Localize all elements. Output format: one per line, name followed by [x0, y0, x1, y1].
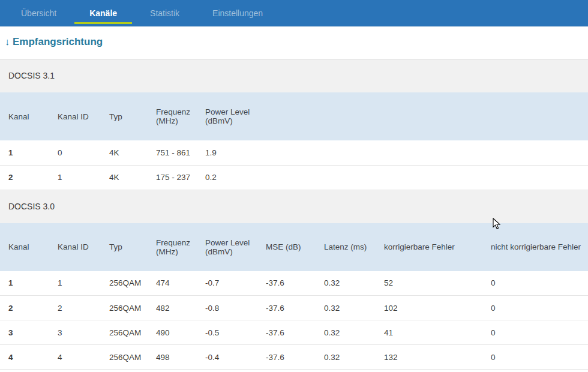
table-cell: 1	[0, 140, 49, 165]
col-header-power-level: Power Level (dBmV)	[197, 92, 588, 140]
table-cell: -0.5	[197, 320, 257, 345]
table-cell: 4	[49, 345, 101, 370]
table-cell: 2	[0, 165, 49, 190]
table-row: 2 1 4K 175 - 237 0.2	[0, 165, 588, 190]
table-cell: 3	[49, 320, 101, 345]
table-cell: 0.32	[316, 296, 376, 320]
table-row: 1 0 4K 751 - 861 1.9	[0, 140, 588, 165]
table-cell: 3	[0, 320, 49, 345]
table-cell: 256QAM	[101, 271, 148, 296]
table-cell: 498	[148, 345, 197, 370]
tab-uebersicht[interactable]: Übersicht	[6, 0, 71, 26]
table-cell: -37.6	[257, 345, 316, 370]
col-header-power-level: Power Level (dBmV)	[197, 223, 257, 271]
table-cell: 4K	[101, 140, 148, 165]
table-cell: 4	[0, 345, 49, 370]
col-header-korrigierbare-fehler: korrigierbare Fehler	[376, 223, 482, 271]
table-cell: 490	[148, 320, 197, 345]
table-cell: -0.8	[197, 296, 257, 320]
header-row: Kanal Kanal ID Typ Frequenz (MHz) Power …	[0, 92, 588, 140]
table-cell: -0.7	[197, 271, 257, 296]
table-cell: 1	[0, 271, 49, 296]
table-cell: 1.9	[197, 140, 588, 165]
tab-einstellungen[interactable]: Einstellungen	[197, 0, 278, 26]
table-cell: 256QAM	[101, 345, 148, 370]
table-cell: 0.32	[316, 320, 376, 345]
col-header-frequenz: Frequenz (MHz)	[148, 223, 197, 271]
table-cell: 0	[482, 345, 588, 370]
table-cell: 52	[376, 271, 482, 296]
col-header-kanal-id: Kanal ID	[49, 223, 101, 271]
table-cell: 0	[482, 320, 588, 345]
table-cell: 102	[376, 296, 482, 320]
table-cell: 1	[49, 165, 101, 190]
table-cell: 0	[482, 271, 588, 296]
table-cell: -37.6	[257, 296, 316, 320]
table-cell: 2	[49, 296, 101, 320]
docsis30-table: Kanal Kanal ID Typ Frequenz (MHz) Power …	[0, 223, 588, 370]
table-cell: 132	[376, 345, 482, 370]
tab-statistik[interactable]: Statistik	[135, 0, 194, 26]
col-header-kanal: Kanal	[0, 223, 49, 271]
table-cell: 0	[49, 140, 101, 165]
table-row: 2 2 256QAM 482 -0.8 -37.6 0.32 102 0	[0, 296, 588, 320]
table-cell: 474	[148, 271, 197, 296]
section-title-empfangsrichtung[interactable]: ↓ Empfangsrichtung	[5, 35, 588, 49]
table-row: 4 4 256QAM 498 -0.4 -37.6 0.32 132 0	[0, 345, 588, 370]
docsis31-table: Kanal Kanal ID Typ Frequenz (MHz) Power …	[0, 92, 588, 190]
table-cell: 0	[482, 296, 588, 320]
table-cell: -0.4	[197, 345, 257, 370]
col-header-kanal: Kanal	[0, 92, 49, 140]
tab-kanaele[interactable]: Kanäle	[74, 0, 132, 26]
table-cell: 41	[376, 320, 482, 345]
table-cell: 751 - 861	[148, 140, 197, 165]
col-header-frequenz: Frequenz (MHz)	[148, 92, 197, 140]
col-header-nicht-korrigierbare-fehler: nicht korrigierbare Fehler	[482, 223, 588, 271]
top-nav: Übersicht Kanäle Statistik Einstellungen	[0, 0, 588, 27]
table-cell: -37.6	[257, 271, 316, 296]
section-title-label: Empfangsrichtung	[13, 36, 103, 48]
header-row: Kanal Kanal ID Typ Frequenz (MHz) Power …	[0, 223, 588, 271]
table-cell: 256QAM	[101, 296, 148, 320]
table-cell: 175 - 237	[148, 165, 197, 190]
table-cell: 482	[148, 296, 197, 320]
col-header-mse: MSE (dB)	[257, 223, 316, 271]
down-arrow-icon: ↓	[5, 37, 10, 47]
table-cell: -37.6	[257, 320, 316, 345]
table-group-title-docsis30: DOCSIS 3.0	[0, 190, 588, 223]
col-header-kanal-id: Kanal ID	[49, 92, 101, 140]
table-cell: 0.32	[316, 271, 376, 296]
table-group-title-docsis31: DOCSIS 3.1	[0, 59, 588, 92]
col-header-latenz: Latenz (ms)	[316, 223, 376, 271]
col-header-typ: Typ	[101, 92, 148, 140]
col-header-typ: Typ	[101, 223, 148, 271]
table-row: 1 1 256QAM 474 -0.7 -37.6 0.32 52 0	[0, 271, 588, 296]
channel-tables: DOCSIS 3.1 Kanal Kanal ID Typ Frequenz (…	[0, 59, 588, 370]
table-cell: 4K	[101, 165, 148, 190]
table-cell: 0.32	[316, 345, 376, 370]
table-cell: 2	[0, 296, 49, 320]
table-row: 3 3 256QAM 490 -0.5 -37.6 0.32 41 0	[0, 320, 588, 345]
table-cell: 256QAM	[101, 320, 148, 345]
table-cell: 0.2	[197, 165, 588, 190]
table-cell: 1	[49, 271, 101, 296]
